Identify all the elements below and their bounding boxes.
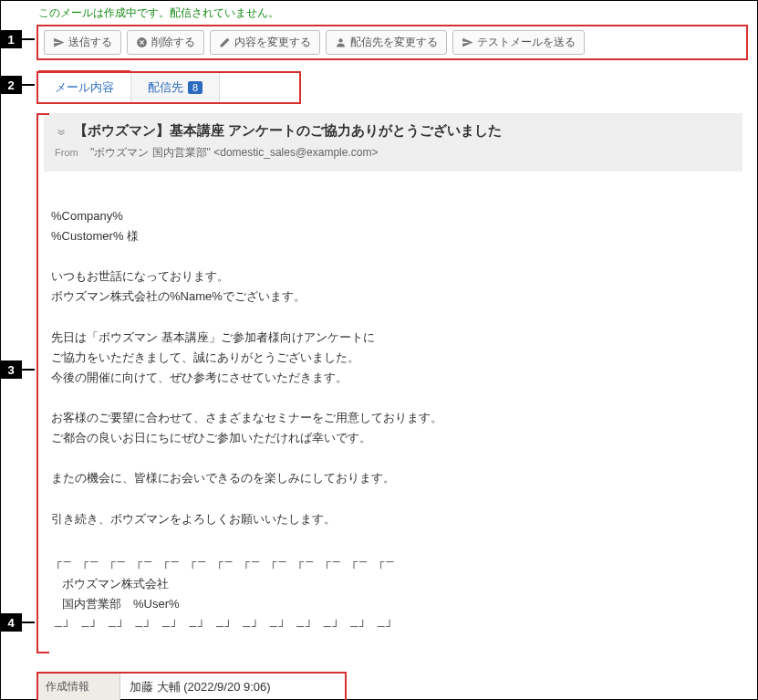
callout-line bbox=[22, 369, 35, 371]
svg-point-1 bbox=[338, 38, 342, 42]
tab-recipients[interactable]: 配信先 8 bbox=[130, 73, 220, 102]
edit-recipients-label: 配信先を変更する bbox=[350, 35, 438, 50]
mail-subject: 【ボウズマン】基本講座 アンケートのご協力ありがとうございました bbox=[74, 122, 502, 140]
delete-icon bbox=[136, 37, 148, 48]
send-icon bbox=[462, 37, 473, 48]
callout-2: 2 bbox=[0, 76, 22, 94]
signature-divider-bottom: ─┘ ─┘ ─┘ ─┘ ─┘ ─┘ ─┘ ─┘ ─┘ ─┘ ─┘ ─┘ ─┘ bbox=[44, 614, 742, 639]
tab-content[interactable]: メール内容 bbox=[38, 70, 130, 102]
body-closing: 引き続き、ボウズマンをよろしくお願いいたします。 bbox=[51, 512, 336, 526]
callout-line bbox=[22, 84, 35, 86]
signature-dept: 国内営業部 %User% bbox=[44, 594, 742, 614]
meta-created-row: 作成情報 加藤 大輔 (2022/9/20 9:06) bbox=[38, 674, 345, 700]
edit-icon bbox=[219, 37, 231, 48]
mail-body: %Company% %Customer% 様 いつもお世話になっております。 ボ… bbox=[44, 172, 742, 549]
body-intro: いつもお世話になっております。 ボウズマン株式会社の%Name%でございます。 bbox=[51, 269, 306, 303]
edit-recipients-button[interactable]: 配信先を変更する bbox=[326, 30, 447, 55]
mail-content-panel: 【ボウズマン】基本講座 アンケートのご協力ありがとうございました From "ボ… bbox=[36, 113, 748, 653]
subject-box: 【ボウズマン】基本講座 アンケートのご協力ありがとうございました From "ボ… bbox=[44, 113, 742, 172]
tab-content-label: メール内容 bbox=[55, 79, 114, 96]
edit-content-label: 内容を変更する bbox=[234, 35, 311, 50]
from-line: From "ボウズマン 国内営業部" <domestic_sales@examp… bbox=[55, 145, 732, 161]
recipient-count-badge: 8 bbox=[188, 81, 202, 94]
send-icon bbox=[53, 37, 65, 48]
meta-info-table: 作成情報 加藤 大輔 (2022/9/20 9:06) 更新情報 加藤 大輔 (… bbox=[36, 672, 347, 700]
body-thanks: 先日は「ボウズマン 基本講座」ご参加者様向けアンケートに ご協力をいただきまして… bbox=[51, 330, 375, 384]
tabs: メール内容 配信先 8 bbox=[36, 71, 301, 104]
callout-1: 1 bbox=[0, 30, 22, 48]
signature-company: ボウズマン株式会社 bbox=[44, 574, 742, 594]
send-test-button[interactable]: テストメールを送る bbox=[452, 30, 585, 55]
from-label: From bbox=[55, 147, 78, 158]
callout-3: 3 bbox=[0, 360, 22, 379]
delete-button[interactable]: 削除する bbox=[127, 30, 204, 55]
user-icon bbox=[335, 37, 347, 48]
send-label: 送信する bbox=[68, 35, 112, 50]
send-button[interactable]: 送信する bbox=[44, 30, 121, 55]
send-test-label: テストメールを送る bbox=[477, 35, 576, 50]
callout-4: 4 bbox=[0, 613, 22, 632]
callout-line bbox=[22, 622, 35, 623]
body-seminar: お客様のご要望に合わせて、さまざまなセミナーをご用意しております。 ご都合の良い… bbox=[51, 411, 442, 444]
meta-created-value: 加藤 大輔 (2022/9/20 9:06) bbox=[120, 674, 345, 700]
status-message: このメールは作成中です。配信されていません。 bbox=[36, 5, 748, 25]
signature-divider-top: ┌─ ┌─ ┌─ ┌─ ┌─ ┌─ ┌─ ┌─ ┌─ ┌─ ┌─ ┌─ ┌─ bbox=[44, 549, 742, 574]
tab-recipients-label: 配信先 bbox=[148, 79, 183, 96]
edit-content-button[interactable]: 内容を変更する bbox=[210, 30, 320, 55]
from-value: "ボウズマン 国内営業部" <domestic_sales@example.co… bbox=[90, 146, 378, 159]
delete-label: 削除する bbox=[151, 35, 195, 50]
meta-created-label: 作成情報 bbox=[38, 674, 120, 700]
chevron-down-icon bbox=[55, 125, 67, 138]
body-looking-forward: またの機会に、皆様にお会いできるのを楽しみにしております。 bbox=[51, 471, 395, 485]
body-greeting: %Company% %Customer% 様 bbox=[51, 209, 139, 243]
toolbar: 送信する 削除する 内容を変更する 配信先を変更する テストメールを送る bbox=[36, 25, 748, 60]
callout-line bbox=[22, 38, 35, 40]
